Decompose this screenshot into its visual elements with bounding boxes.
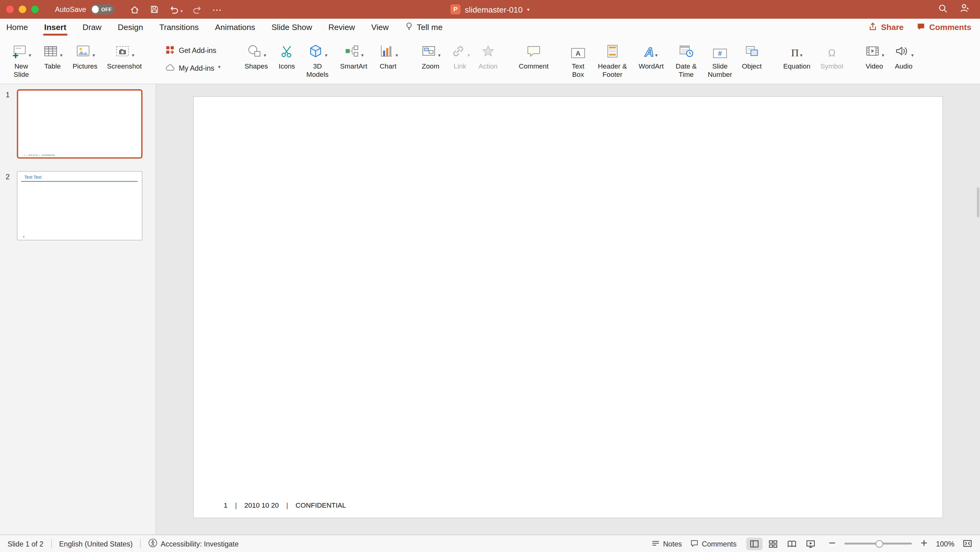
close-window-button[interactable] [6, 5, 13, 13]
zoom-slider-thumb[interactable] [875, 540, 883, 547]
zoom-level[interactable]: 100% [936, 540, 954, 547]
shapes-button[interactable]: ▾ Shapes [242, 42, 271, 71]
zoom-out-button[interactable] [828, 539, 836, 548]
wordart-icon: A [645, 46, 654, 59]
icons-icon [279, 43, 295, 59]
chevron-down-icon: ▾ [882, 53, 884, 59]
comments-button[interactable]: Comments [916, 21, 971, 33]
chevron-down-icon: ▾ [396, 53, 398, 59]
slide-show-view-button[interactable] [802, 537, 819, 550]
redo-button[interactable] [192, 4, 203, 15]
tab-animations[interactable]: Animations [215, 19, 255, 35]
chart-button[interactable]: ▾ Chart [375, 42, 401, 71]
tab-design[interactable]: Design [118, 19, 143, 35]
chevron-down-icon: ▾ [60, 53, 62, 59]
tab-slide-show[interactable]: Slide Show [271, 19, 312, 35]
home-icon[interactable] [129, 4, 140, 15]
tab-home[interactable]: Home [6, 19, 28, 35]
comments-pane-button[interactable]: Comments [690, 539, 737, 549]
tab-draw[interactable]: Draw [83, 19, 102, 35]
new-slide-button[interactable]: ▾ New Slide [7, 42, 35, 79]
chevron-down-icon: ▾ [911, 53, 913, 59]
language-status[interactable]: English (United States) [59, 540, 133, 547]
new-slide-icon [11, 43, 27, 59]
traffic-lights [6, 5, 38, 13]
undo-button[interactable]: ▾ [169, 4, 183, 15]
pictures-button[interactable]: ▾ Pictures [70, 42, 100, 71]
powerpoint-doc-icon: P [450, 4, 461, 14]
ribbon-tab-bar: Home Insert Draw Design Transitions Anim… [0, 19, 980, 35]
account-icon[interactable] [959, 2, 970, 16]
share-button[interactable]: Share [868, 21, 904, 33]
table-button[interactable]: ▾ Table [40, 42, 65, 71]
normal-view-button[interactable] [746, 537, 762, 550]
my-addins-button[interactable]: My Add-ins ▾ [165, 62, 221, 74]
slide-sorter-view-button[interactable] [765, 537, 781, 550]
comment-icon [525, 43, 542, 59]
icons-button[interactable]: Icons [275, 42, 298, 71]
chevron-down-icon: ▾ [132, 53, 134, 59]
object-button[interactable]: Object [739, 42, 764, 71]
video-icon [864, 43, 880, 59]
minimize-window-button[interactable] [19, 5, 26, 13]
title-chevron-icon[interactable]: ▾ [527, 6, 530, 12]
tab-insert[interactable]: Insert [44, 19, 66, 35]
get-addins-button[interactable]: Get Add-ins [165, 45, 221, 56]
equation-button[interactable]: Π▾ Equation [781, 42, 813, 71]
notes-button[interactable]: Notes [651, 539, 682, 549]
more-commands-icon[interactable]: ⋯ [212, 5, 222, 14]
save-icon[interactable] [149, 4, 159, 14]
slide-thumbnail-1[interactable]: 1|2010 10 20|CONFIDENTIAL [17, 89, 142, 159]
search-icon[interactable] [937, 3, 948, 16]
slide-count-status: Slide 1 of 2 [7, 540, 43, 547]
tab-review[interactable]: Review [328, 19, 355, 35]
scrollbar-thumb[interactable] [977, 187, 979, 217]
chevron-down-icon[interactable]: ▾ [181, 9, 183, 15]
slide-number-button[interactable]: # Slide Number [706, 42, 734, 79]
zoom-slider[interactable] [844, 542, 912, 544]
wordart-button[interactable]: A▾ WordArt [635, 42, 667, 71]
status-bar: Slide 1 of 2 English (United States) Acc… [0, 535, 980, 552]
tab-tell-me[interactable]: Tell me [405, 19, 442, 35]
chevron-down-icon: ▾ [218, 65, 221, 71]
text-box-button[interactable]: A Text Box [567, 42, 589, 79]
cloud-icon [165, 62, 175, 74]
fit-slide-to-window-button[interactable] [963, 538, 973, 549]
autosave-toggle[interactable]: OFF [91, 4, 115, 14]
comment-button[interactable]: Comment [517, 42, 550, 71]
screenshot-button[interactable]: ▾ Screenshot [105, 42, 144, 71]
action-star-icon [480, 43, 496, 59]
slide-thumbnail-2[interactable]: Test Text [17, 171, 142, 241]
document-title-area[interactable]: P slidemaster-010 ▾ [450, 4, 530, 14]
zoom-in-button[interactable] [920, 539, 928, 548]
date-time-button[interactable]: Date & Time [672, 42, 701, 79]
smartart-button[interactable]: ▾ SmartArt [337, 42, 371, 71]
powerpoint-window: AutoSave OFF ▾ ⋯ P [0, 0, 980, 552]
autosave-state: OFF [101, 6, 112, 12]
thumbnail-number: 1 [0, 89, 17, 159]
video-button[interactable]: ▾ Video [862, 42, 887, 71]
zoom-window-button[interactable] [31, 5, 38, 13]
tab-view[interactable]: View [371, 19, 389, 35]
thumbnail-number: 2 [0, 171, 17, 241]
footer-separator: | [286, 501, 288, 509]
header-footer-icon [604, 43, 620, 59]
3d-models-button[interactable]: ▾ 3D Models [303, 42, 332, 79]
tab-transitions[interactable]: Transitions [159, 19, 199, 35]
accessibility-status[interactable]: Accessibility: Investigate [148, 538, 239, 549]
audio-button[interactable]: ▾ Audio [892, 42, 916, 71]
share-icon [868, 21, 877, 33]
zoom-button[interactable]: ▾ Zoom [417, 42, 444, 71]
document-title: slidemaster-010 [465, 5, 523, 14]
chevron-down-icon: ▾ [800, 53, 802, 59]
header-footer-button[interactable]: Header & Footer [595, 42, 630, 79]
slide-editor-canvas[interactable]: 1 | 2010 10 20 | CONFIDENTIAL [156, 84, 980, 535]
chevron-down-icon: ▾ [264, 53, 266, 59]
thumbnail-footer-text: 1|2010 10 20|CONFIDENTIAL [24, 154, 56, 156]
slide-1[interactable]: 1 | 2010 10 20 | CONFIDENTIAL [193, 96, 943, 518]
reading-view-button[interactable] [783, 537, 800, 550]
smartart-icon [344, 43, 360, 59]
titlebar: AutoSave OFF ▾ ⋯ P [0, 0, 980, 19]
pictures-icon [75, 43, 91, 59]
table-icon [43, 43, 59, 59]
